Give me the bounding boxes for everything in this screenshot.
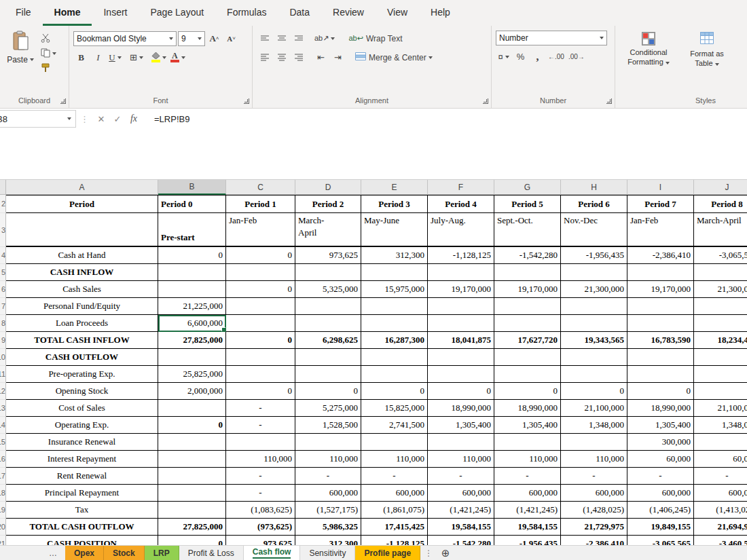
cell-H14[interactable]: 1,348,000 <box>561 417 627 434</box>
cell-B11[interactable]: 25,825,000 <box>158 366 226 383</box>
cell-D19[interactable]: (1,527,175) <box>295 502 361 519</box>
decrease-font-button[interactable]: A˅ <box>223 31 239 46</box>
column-header-G[interactable]: G <box>494 180 561 195</box>
cell-G17[interactable]: - <box>494 468 561 485</box>
cell-H17[interactable]: - <box>561 468 627 485</box>
cell-J6[interactable]: 21,300,000 <box>694 281 747 298</box>
ribbon-tab-review[interactable]: Review <box>321 1 376 26</box>
increase-font-button[interactable]: A˄ <box>206 31 222 46</box>
underline-button[interactable]: U <box>107 50 123 65</box>
cell-E18[interactable]: 600,000 <box>361 485 428 502</box>
sheet-tab-more-icon[interactable]: ⋮ <box>420 546 437 560</box>
format-as-table-button[interactable]: Format as Table <box>678 31 736 94</box>
row-header-5[interactable]: 5 <box>0 264 6 281</box>
font-name-select[interactable]: Bookman Old Style <box>73 31 177 46</box>
cell-H16[interactable]: 110,000 <box>561 451 627 468</box>
wrap-text-button[interactable]: ab↩ Wrap Text <box>347 31 403 46</box>
cell-D17[interactable]: - <box>295 468 361 485</box>
cell-F6[interactable]: 19,170,000 <box>428 281 494 298</box>
cell-A4[interactable]: Cash at Hand <box>6 247 158 264</box>
cell-G5[interactable] <box>494 264 561 281</box>
cell-H8[interactable] <box>561 315 627 332</box>
cell-C5[interactable] <box>226 264 295 281</box>
number-dialog-launcher-icon[interactable] <box>606 98 612 104</box>
conditional-formatting-button[interactable]: Conditional Formatting <box>619 31 678 94</box>
cell-H5[interactable] <box>561 264 627 281</box>
cell-I20[interactable]: 19,849,155 <box>627 519 694 536</box>
cell-C16[interactable]: 110,000 <box>226 451 295 468</box>
cell-J11[interactable] <box>694 366 747 383</box>
cell-E16[interactable]: 110,000 <box>361 451 428 468</box>
cell-F13[interactable]: 18,990,000 <box>428 400 494 417</box>
cut-button[interactable] <box>39 32 58 45</box>
cell-A12[interactable]: Opening Stock <box>6 383 158 400</box>
cell-F4[interactable]: -1,128,125 <box>428 247 494 264</box>
sheet-tab-profile-page[interactable]: Profile page <box>355 546 420 560</box>
sheet-tab-overflow[interactable]: … <box>0 546 65 560</box>
cell-F20[interactable]: 19,584,155 <box>428 519 494 536</box>
cell-G16[interactable]: 110,000 <box>494 451 561 468</box>
cell-H2[interactable]: Period 6 <box>561 195 627 213</box>
font-dialog-launcher-icon[interactable] <box>244 98 249 104</box>
cell-F11[interactable] <box>428 366 494 383</box>
cell-D14[interactable]: 1,528,500 <box>295 417 361 434</box>
cell-C8[interactable] <box>226 315 295 332</box>
cell-D10[interactable] <box>295 349 361 366</box>
cell-I17[interactable]: - <box>627 468 694 485</box>
cell-F12[interactable]: 0 <box>428 383 494 400</box>
align-center-button[interactable] <box>274 50 289 65</box>
cell-I3[interactable]: Jan-Feb <box>627 213 694 247</box>
cell-C7[interactable] <box>226 298 295 315</box>
align-middle-button[interactable] <box>274 31 289 46</box>
decrease-decimal-button[interactable]: .00→ <box>567 49 586 64</box>
cell-B15[interactable] <box>158 434 226 451</box>
row-header-18[interactable]: 18 <box>0 485 6 502</box>
cell-D9[interactable]: 6,298,625 <box>295 332 361 349</box>
cell-B3[interactable]: Pre-start <box>158 213 226 247</box>
enter-button[interactable]: ✓ <box>109 111 126 127</box>
select-all-corner[interactable] <box>0 180 6 195</box>
cell-I16[interactable]: 60,000 <box>627 451 694 468</box>
cell-A19[interactable]: Tax <box>6 502 158 519</box>
cell-C2[interactable]: Period 1 <box>226 195 295 213</box>
cell-E14[interactable]: 2,741,500 <box>361 417 428 434</box>
column-header-D[interactable]: D <box>295 180 361 195</box>
cell-J13[interactable]: 21,100,000 <box>694 400 747 417</box>
cell-B12[interactable]: 2,000,000 <box>158 383 226 400</box>
cell-A7[interactable]: Personal Fund/Equity <box>6 298 158 315</box>
cell-C14[interactable]: - <box>226 417 295 434</box>
cell-D13[interactable]: 5,275,000 <box>295 400 361 417</box>
column-header-J[interactable]: J <box>694 180 747 195</box>
merge-center-button[interactable]: Merge & Center <box>354 50 434 65</box>
decrease-indent-button[interactable]: ⇤ <box>313 50 329 65</box>
cell-G14[interactable]: 1,305,400 <box>494 417 561 434</box>
sheet-tab-opex[interactable]: Opex <box>65 546 104 560</box>
accounting-format-button[interactable]: ¤ <box>496 49 511 64</box>
cell-F5[interactable] <box>428 264 494 281</box>
font-size-select[interactable]: 9 <box>178 31 205 46</box>
paste-button[interactable]: Paste <box>4 31 37 94</box>
bold-button[interactable]: B <box>73 50 89 65</box>
number-format-select[interactable]: Number <box>496 31 607 45</box>
column-header-H[interactable]: H <box>561 180 627 195</box>
cell-D16[interactable]: 110,000 <box>295 451 361 468</box>
cell-I9[interactable]: 16,783,590 <box>627 332 694 349</box>
ribbon-tab-data[interactable]: Data <box>278 1 321 26</box>
cell-E13[interactable]: 15,825,000 <box>361 400 428 417</box>
cell-I4[interactable]: -2,386,410 <box>627 247 694 264</box>
cell-F7[interactable] <box>428 298 494 315</box>
cell-H13[interactable]: 21,100,000 <box>561 400 627 417</box>
cell-G18[interactable]: 600,000 <box>494 485 561 502</box>
row-header-7[interactable]: 7 <box>0 298 6 315</box>
cell-F9[interactable]: 18,041,875 <box>428 332 494 349</box>
cell-H20[interactable]: 21,729,975 <box>561 519 627 536</box>
cell-D5[interactable] <box>295 264 361 281</box>
cell-G8[interactable] <box>494 315 561 332</box>
cell-I10[interactable] <box>627 349 694 366</box>
row-header-11[interactable]: 11 <box>0 366 6 383</box>
cell-D2[interactable]: Period 2 <box>295 195 361 213</box>
cell-I19[interactable]: (1,406,245) <box>627 502 694 519</box>
ribbon-tab-view[interactable]: View <box>376 1 419 26</box>
cell-C9[interactable]: 0 <box>226 332 295 349</box>
cell-A5[interactable]: CASH INFLOW <box>6 264 158 281</box>
